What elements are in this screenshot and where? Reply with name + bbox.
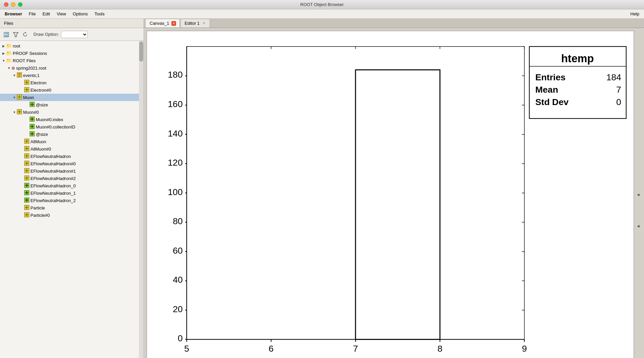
tree-item-allmuon0[interactable]: AllMuon#0 — [0, 145, 144, 153]
scrollbar-track[interactable] — [139, 41, 144, 358]
leaf-icon-eflownh2 — [24, 175, 29, 182]
expand-spring2021[interactable]: ▼ — [7, 66, 11, 70]
tree-item-eflownh1[interactable]: EFlowNeutralHadron#1 — [0, 167, 144, 175]
svg-text:8: 8 — [437, 344, 442, 354]
svg-text:0: 0 — [178, 333, 183, 343]
tree-label-allmuon0: AllMuon#0 — [30, 147, 51, 152]
leaf-icon-eflownh-2 — [24, 197, 29, 204]
tab-editor1-close[interactable]: ✕ — [202, 21, 206, 26]
tree-item-particle0[interactable]: Particle#0 — [0, 211, 144, 219]
tree-item-spring2021[interactable]: ▼ ⊛ spring2021.root — [0, 64, 144, 72]
tree-item-eflownh[interactable]: EFlowNeutralHadron — [0, 153, 144, 160]
arrow-down[interactable]: ◀ — [636, 224, 641, 229]
draw-option-select[interactable] — [61, 31, 88, 38]
close-button[interactable] — [4, 2, 8, 7]
tree-label-muon0: Muon#0 — [23, 110, 39, 115]
tree-label-particle: Particle — [30, 205, 45, 210]
minimize-button[interactable] — [11, 2, 15, 7]
menu-tools[interactable]: Tools — [91, 11, 108, 17]
tree-item-eflownh-1[interactable]: EFlowNeutralHadron_1 — [0, 189, 144, 197]
window-controls[interactable] — [4, 2, 22, 7]
leaf-icon-electron — [24, 80, 29, 86]
tree-label-eflownh1: EFlowNeutralHadron#1 — [30, 169, 76, 174]
menu-browser[interactable]: Browser — [1, 11, 25, 17]
menu-edit[interactable]: Edit — [39, 11, 53, 17]
tree-label-eflownh: EFlowNeutralHadron — [30, 154, 71, 159]
tree-label-eflownh2: EFlowNeutralHadron#2 — [30, 176, 76, 181]
tab-canvas1-close[interactable]: ✕ — [171, 21, 176, 26]
tree-label-muon0-size: @size — [36, 132, 48, 137]
tree-container[interactable]: ▶ 📁 root ▶ 📁 PROOF Sessions ▼ 📁 ROOT Fil… — [0, 41, 144, 358]
tree-item-muon-size[interactable]: @size — [0, 101, 144, 108]
tree-item-muon0-size[interactable]: @size — [0, 130, 144, 138]
arrow-up[interactable]: ◀ — [636, 192, 641, 197]
leaf-icon-muon-size — [29, 102, 35, 108]
leaf-icon-eflownh0 — [24, 161, 29, 167]
expand-muon[interactable]: ▼ — [12, 95, 17, 100]
scrollbar-thumb[interactable] — [139, 41, 143, 62]
leaf-icon-eflownh1 — [24, 168, 29, 174]
svg-text:180: 180 — [168, 70, 183, 80]
tree-label-electron: Electron — [30, 80, 47, 85]
filter-icon[interactable] — [12, 31, 19, 38]
tree-label-muon: Muon — [23, 95, 34, 100]
menu-bar: Browser File Edit View Options Tools Hel… — [0, 9, 644, 19]
tree-label-muon0-index: Muon#0.index — [36, 117, 63, 122]
sort-icon[interactable]: 🔤 — [3, 31, 10, 38]
right-panel: Canvas_1 ✕ Editor 1 ✕ — [144, 19, 644, 358]
tree-label-root: root — [13, 43, 20, 49]
folder-icon-proof: 📁 — [6, 51, 12, 56]
legend-mean-value: 7 — [616, 85, 621, 95]
svg-text:7: 7 — [353, 344, 358, 354]
svg-text:60: 60 — [173, 246, 183, 256]
legend-title: htemp — [561, 52, 594, 65]
tree-label-eflownh-2: EFlowNeutralHadron_2 — [30, 198, 76, 203]
svg-text:160: 160 — [168, 99, 183, 109]
leaf-icon-electron0 — [24, 87, 29, 93]
tree-item-proof-sessions[interactable]: ▶ 📁 PROOF Sessions — [0, 50, 144, 57]
tree-item-muon0-index[interactable]: Muon#0.index — [0, 116, 144, 123]
files-tab[interactable]: Files — [0, 19, 144, 28]
leaf-icon-particle — [24, 205, 29, 211]
tree-label-muon-size: @size — [36, 102, 48, 107]
histogram-plot: 0 20 40 60 80 — [147, 31, 634, 358]
tree-item-eflownh-0[interactable]: EFlowNeutralHadron_0 — [0, 182, 144, 189]
menu-view[interactable]: View — [53, 11, 69, 17]
tab-canvas1[interactable]: Canvas_1 ✕ — [145, 19, 180, 27]
expand-muon0[interactable]: ▼ — [12, 110, 17, 114]
menu-options[interactable]: Options — [69, 11, 91, 17]
tree-item-electron[interactable]: Electron — [0, 79, 144, 86]
svg-text:20: 20 — [173, 304, 183, 314]
maximize-button[interactable] — [18, 2, 22, 7]
menu-help[interactable]: Help — [627, 11, 643, 17]
tree-item-allmuon[interactable]: AllMuon — [0, 138, 144, 145]
tree-item-root[interactable]: ▶ 📁 root — [0, 42, 144, 50]
tree-item-muon0-collectionid[interactable]: Muon#0.collectionID — [0, 123, 144, 130]
refresh-icon[interactable] — [21, 31, 29, 38]
tree-label-eflownh0: EFlowNeutralHadron#0 — [30, 161, 76, 166]
expand-events1[interactable]: ▼ — [12, 73, 17, 78]
tree-item-eflownh-2[interactable]: EFlowNeutralHadron_2 — [0, 197, 144, 204]
window-title: ROOT Object Browser — [300, 2, 344, 7]
tree-item-muon0[interactable]: ▼ Muon#0 — [0, 108, 144, 116]
resize-arrows: ◀ ◀ — [635, 31, 641, 358]
legend-stddev-value: 0 — [616, 97, 621, 107]
leaf-icon-muon0-size — [29, 131, 35, 138]
menu-file[interactable]: File — [25, 11, 39, 17]
tree-item-particle[interactable]: Particle — [0, 204, 144, 211]
expand-root-files[interactable]: ▼ — [1, 58, 6, 63]
tree-item-events1[interactable]: ▼ events;1 — [0, 72, 144, 79]
legend-entries-value: 184 — [606, 72, 621, 82]
leaf-icon-muon — [17, 94, 22, 101]
tree-item-electron0[interactable]: Electron#0 — [0, 86, 144, 94]
tree-item-eflownh0[interactable]: EFlowNeutralHadron#0 — [0, 160, 144, 167]
svg-text:80: 80 — [173, 216, 183, 226]
tree-item-eflownh2[interactable]: EFlowNeutralHadron#2 — [0, 175, 144, 182]
tree-obj-icon — [17, 72, 22, 79]
expand-proof[interactable]: ▶ — [1, 51, 6, 56]
expand-root[interactable]: ▶ — [1, 43, 6, 48]
draw-option-label: Draw Option: — [33, 32, 59, 37]
tree-item-root-files[interactable]: ▼ 📁 ROOT Files — [0, 57, 144, 64]
tab-editor1[interactable]: Editor 1 ✕ — [180, 19, 210, 27]
tree-item-muon[interactable]: ▼ Muon — [0, 94, 144, 101]
